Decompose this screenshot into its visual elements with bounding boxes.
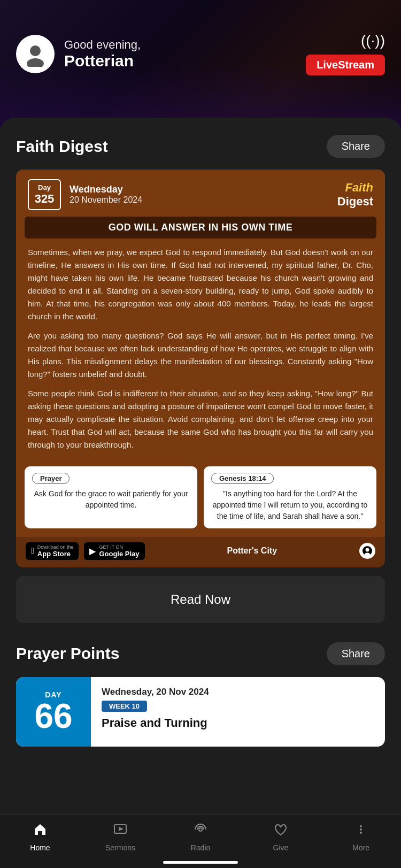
app-store-sub: Download on the (37, 544, 74, 550)
google-play-icon: ▶ (89, 546, 96, 556)
potters-icon (359, 543, 375, 559)
prayer-points-share-button[interactable]: Share (327, 642, 385, 665)
svg-point-1 (27, 58, 44, 67)
svg-point-10 (360, 832, 362, 834)
hero-content: Good evening, Potterian ((·)) LiveStream (0, 0, 401, 86)
faith-digest-title: Faith Digest (16, 137, 108, 156)
nav-radio-label: Radio (191, 843, 211, 852)
nav-home-label: Home (30, 843, 50, 852)
sermons-icon (113, 822, 128, 841)
faith-digest-share-button[interactable]: Share (327, 135, 385, 158)
digest-para1: Sometimes, when we pray, we expect God t… (28, 246, 373, 323)
bottom-nav: Home Sermons Radio Give (0, 814, 401, 868)
home-icon (33, 822, 48, 841)
logo-digest: Digest (337, 195, 373, 208)
date-weekday: Wednesday (70, 184, 337, 195)
scripture-box-label: Genesis 18:14 (211, 473, 274, 484)
digest-footer:  Download on the App Store ▶ GET IT ON … (16, 537, 385, 567)
prayer-card: DAY 66 Wednesday, 20 Nov 2024 WEEK 10 Pr… (16, 677, 385, 747)
digest-para3: Some people think God is indifferent to … (28, 387, 373, 451)
hero-right: ((·)) LiveStream (306, 32, 385, 75)
digest-para2: Are you asking too many questions? God s… (28, 329, 373, 381)
digest-title-bar: GOD WILL ANSWER IN HIS OWN TIME (25, 217, 376, 239)
prayer-box: Prayer Ask God for the grace to wait pat… (25, 466, 197, 528)
more-icon (353, 822, 368, 841)
google-play-main: Google Play (99, 550, 139, 558)
faith-digest-header: Faith Digest Share (16, 135, 385, 158)
home-indicator (163, 861, 238, 864)
prayer-points-section: Prayer Points Share DAY 66 Wednesday, 20… (16, 642, 385, 747)
prayer-points-header: Prayer Points Share (16, 642, 385, 665)
potters-city-label: Potter's City (227, 546, 277, 556)
give-icon (273, 822, 288, 841)
svg-point-7 (199, 828, 202, 831)
day-label: Day (34, 183, 55, 192)
date-full: 20 November 2024 (70, 195, 337, 205)
google-play-badge[interactable]: ▶ GET IT ON Google Play (84, 542, 144, 560)
prayer-card-left: DAY 66 (16, 677, 91, 747)
prayer-day-number: 66 (34, 699, 72, 733)
faith-digest-card: Day 325 Wednesday 20 November 2024 Faith… (16, 170, 385, 567)
main-content: Faith Digest Share Day 325 Wednesday 20 … (0, 118, 401, 821)
wifi-icon: ((·)) (361, 32, 385, 49)
date-text: Wednesday 20 November 2024 (61, 184, 337, 205)
avatar[interactable] (16, 35, 55, 73)
prayer-card-right: Wednesday, 20 Nov 2024 WEEK 10 Praise an… (91, 677, 385, 747)
svg-point-0 (30, 45, 41, 56)
nav-item-give[interactable]: Give (254, 822, 307, 852)
google-play-sub: GET IT ON (99, 544, 139, 550)
digest-card-header: Day 325 Wednesday 20 November 2024 Faith… (16, 170, 385, 217)
nav-sermons-label: Sermons (105, 843, 135, 852)
logo-faith: Faith (345, 181, 373, 194)
store-badges:  Download on the App Store ▶ GET IT ON … (26, 542, 145, 560)
apple-icon:  (31, 546, 34, 556)
hero-left: Good evening, Potterian (16, 35, 141, 73)
day-box: Day 325 (28, 179, 61, 210)
prayer-title: Praise and Turning (102, 716, 374, 730)
greeting-text: Good evening, Potterian (64, 38, 141, 70)
svg-point-9 (360, 828, 362, 831)
digest-body: Sometimes, when we pray, we expect God t… (16, 246, 385, 466)
livestream-button[interactable]: LiveStream (306, 55, 385, 75)
nav-more-label: More (352, 843, 369, 852)
svg-point-8 (360, 825, 362, 827)
nav-item-more[interactable]: More (334, 822, 388, 852)
prayer-points-title: Prayer Points (16, 644, 119, 663)
nav-item-sermons[interactable]: Sermons (94, 822, 147, 852)
nav-give-label: Give (273, 843, 289, 852)
day-number: 325 (34, 192, 55, 206)
nav-item-home[interactable]: Home (13, 822, 67, 852)
app-store-main: App Store (37, 550, 71, 558)
read-now-button[interactable]: Read Now (16, 576, 385, 623)
greeting-name: Potterian (64, 52, 141, 70)
scripture-box: Genesis 18:14 "Is anything too hard for … (204, 466, 376, 528)
app-store-badge[interactable]:  Download on the App Store (26, 542, 79, 560)
week-badge: WEEK 10 (102, 701, 147, 712)
svg-marker-6 (119, 827, 124, 831)
radio-icon (193, 822, 208, 841)
faith-digest-logo: Faith Digest (337, 181, 373, 209)
svg-point-3 (366, 548, 369, 552)
nav-item-radio[interactable]: Radio (174, 822, 227, 852)
prayer-box-text: Ask God for the grace to wait patiently … (32, 488, 190, 511)
prayer-box-label: Prayer (32, 473, 70, 484)
hero-section: Good evening, Potterian ((·)) LiveStream (0, 0, 401, 128)
digest-boxes: Prayer Ask God for the grace to wait pat… (16, 466, 385, 537)
prayer-date: Wednesday, 20 Nov 2024 (102, 687, 374, 697)
scripture-box-text: "Is anything too hard for the Lord? At t… (211, 488, 369, 522)
greeting-sub: Good evening, (64, 38, 141, 52)
